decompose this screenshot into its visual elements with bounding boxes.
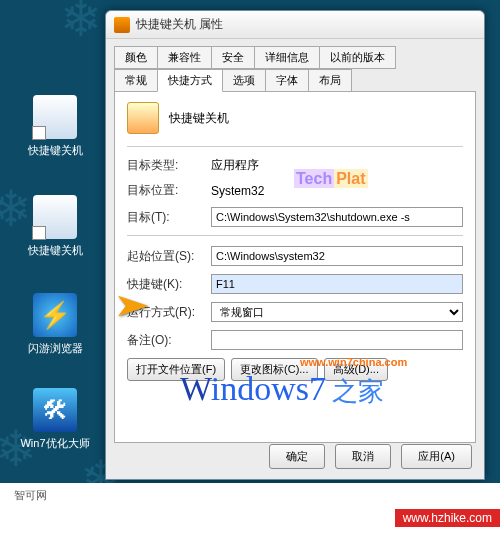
label-target: 目标(T): [127,209,211,226]
shortcut-icon [33,95,77,139]
app-name: 快捷键关机 [169,110,229,127]
desktop-icon-win7-master[interactable]: 🛠 Win7优化大师 [20,388,90,451]
watermark-url: www.win7china.com [300,356,407,368]
icon-label: 闪游浏览器 [28,342,83,354]
shortcut-icon [33,195,77,239]
label-target-type: 目标类型: [127,157,211,174]
label-start-in: 起始位置(S): [127,248,211,265]
titlebar[interactable]: 快捷键关机 属性 [106,11,484,39]
divider [127,235,463,236]
tab-shortcut[interactable]: 快捷方式 [157,69,223,92]
footer-badge: www.hzhike.com [395,509,500,527]
tab-color[interactable]: 颜色 [114,46,158,69]
label-target-loc: 目标位置: [127,182,211,199]
ok-button[interactable]: 确定 [269,444,325,469]
cancel-button[interactable]: 取消 [335,444,391,469]
tab-security[interactable]: 安全 [211,46,255,69]
watermark-logo: Windows7 之家 [180,370,384,409]
browser-icon: ⚡ [33,293,77,337]
input-shortcut-key[interactable] [211,274,463,294]
annotation-arrow-icon: ➤ [113,286,151,324]
icon-label: 快捷键关机 [28,244,83,256]
decoration-snowflake: ❄ [60,0,102,48]
footer-credit: 智可网 [14,488,47,503]
dialog-title: 快捷键关机 属性 [136,16,476,33]
watermark-techplat: TechPlat [294,170,368,188]
desktop-icon-browser[interactable]: ⚡ 闪游浏览器 [20,293,90,356]
input-comment[interactable] [211,330,463,350]
tab-font[interactable]: 字体 [265,69,309,92]
tab-compat[interactable]: 兼容性 [157,46,212,69]
label-comment: 备注(O): [127,332,211,349]
tab-previous[interactable]: 以前的版本 [319,46,396,69]
input-start-in[interactable] [211,246,463,266]
footer: 智可网 www.hzhike.com [0,483,500,533]
icon-label: Win7优化大师 [20,437,89,449]
input-target[interactable] [211,207,463,227]
app-icon [127,102,159,134]
icon-label: 快捷键关机 [28,144,83,156]
divider [127,146,463,147]
desktop-icon-shortcut-shutdown[interactable]: 快捷键关机 [20,95,90,158]
desktop-icon-shortcut-shutdown-2[interactable]: 快捷键关机 [20,195,90,258]
properties-dialog: 快捷键关机 属性 颜色 兼容性 安全 详细信息 以前的版本 常规 快捷方式 选项… [105,10,485,480]
tab-general[interactable]: 常规 [114,69,158,92]
tab-details[interactable]: 详细信息 [254,46,320,69]
apply-button[interactable]: 应用(A) [401,444,472,469]
tab-layout[interactable]: 布局 [308,69,352,92]
title-icon [114,17,130,33]
tab-options[interactable]: 选项 [222,69,266,92]
tools-icon: 🛠 [33,388,77,432]
select-run[interactable]: 常规窗口 [211,302,463,322]
